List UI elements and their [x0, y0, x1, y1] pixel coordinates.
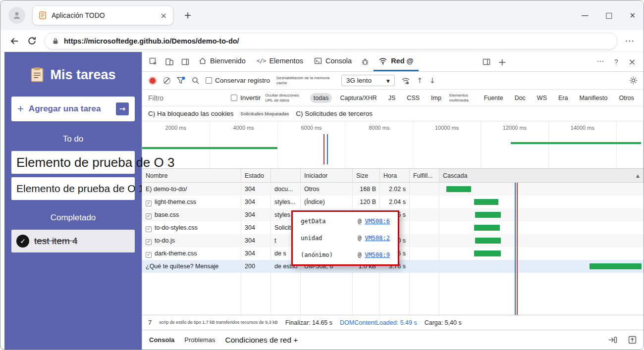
tab-network[interactable]: Red @	[374, 52, 419, 71]
function-name: (anónimo)	[301, 251, 333, 258]
filter-pill-manifest[interactable]: Manifiesto	[576, 93, 611, 103]
media-note: Elementos multimedia	[449, 93, 476, 102]
filter-pill-ws[interactable]: WS	[534, 93, 550, 103]
load-time: Carga: 5,40 s	[425, 319, 462, 326]
inspect-icon[interactable]	[146, 55, 161, 69]
invert-checkbox[interactable]: Invertir	[231, 94, 261, 101]
profile-avatar[interactable]	[8, 7, 25, 24]
load-marker	[323, 134, 324, 164]
third-party-checkbox[interactable]: C) Solicitudes de terceros	[296, 110, 373, 117]
new-tab-button[interactable]: +	[184, 8, 191, 22]
request-name: ¿Qué te quítese? Mensaje	[146, 263, 218, 270]
tab-welcome[interactable]: Bienvenido	[194, 52, 251, 71]
network-conditions-label[interactable]: Condiciones de red +	[225, 336, 298, 345]
more-tabs-icon[interactable]: +	[495, 55, 510, 69]
tab-network-label: Red @	[391, 57, 414, 65]
col-header-fulfilled[interactable]: Fulfill...	[410, 169, 439, 183]
site-info-icon[interactable]	[52, 38, 59, 45]
filter-pill-img[interactable]: Imp	[428, 93, 445, 103]
export-har-icon[interactable]: ↓	[429, 76, 435, 85]
content-area: Mis tareas + Agregar una tarea → To do E…	[0, 52, 644, 350]
settings-gear-icon[interactable]	[629, 76, 638, 85]
col-header-initiator[interactable]: Iniciador	[301, 169, 353, 183]
device-toolbar-icon[interactable]	[162, 55, 177, 69]
tick-label: 14000 ms	[549, 125, 616, 131]
function-name: getData	[301, 218, 326, 225]
focus-panel-icon[interactable]	[178, 55, 193, 69]
tab-console[interactable]: Consola	[309, 52, 357, 71]
table-header-row: Nombre Estado Iniciador Size Hora Fulfil…	[142, 169, 644, 183]
network-overview[interactable]: 2000 ms 4000 ms 6000 ms 8000 ms 10000 ms…	[142, 121, 644, 169]
col-header-type[interactable]	[271, 169, 301, 183]
todo-app-panel: Mis tareas + Agregar una tarea → To do E…	[4, 52, 142, 350]
clear-icon[interactable]	[163, 77, 170, 84]
filter-pill-other[interactable]: Otros	[615, 93, 638, 103]
code-icon: </>	[257, 57, 266, 64]
completed-item[interactable]: ✓ test item 4	[11, 230, 135, 252]
todo-item[interactable]: Elemento de prueba de O 3	[11, 151, 135, 174]
person-icon	[12, 10, 22, 20]
record-icon[interactable]	[150, 78, 156, 84]
minimize-button[interactable]: —	[581, 11, 589, 20]
filter-pill-doc[interactable]: Doc	[511, 93, 529, 103]
search-icon[interactable]	[192, 77, 199, 84]
blocked-requests-checkbox[interactable]: Solicitudes bloqueadas	[241, 111, 289, 116]
devtools-menu-icon[interactable]: ···	[593, 55, 608, 69]
bug-icon[interactable]	[358, 55, 373, 69]
dock-side-icon[interactable]	[479, 55, 494, 69]
waterfall-bar	[446, 186, 471, 192]
filter-pill-css[interactable]: CSS	[403, 93, 423, 103]
stack-frame: getData @VM508:6	[301, 218, 390, 225]
filter-pill-js[interactable]: JS	[385, 93, 399, 103]
request-row[interactable]: E) demo-to-do/ 304 docu... Otros 168 B 2…	[142, 183, 644, 196]
todo-item[interactable]: Elemento de prueba de O 1	[11, 177, 135, 200]
clipboard-icon	[30, 67, 44, 83]
source-link[interactable]: VM508:9	[365, 251, 390, 258]
window-close-button[interactable]: ×	[629, 11, 636, 20]
col-header-waterfall[interactable]: Cascada ▲	[439, 169, 644, 183]
drawer-tab-console[interactable]: Consola	[149, 336, 174, 344]
tab-elements[interactable]: </> Elementos	[252, 52, 308, 71]
network-conditions-icon[interactable]	[401, 77, 410, 85]
maximize-button[interactable]: □	[605, 11, 612, 20]
throttling-select[interactable]: 3G lento ▾	[341, 75, 395, 86]
preserve-log-checkbox[interactable]: Conservar registro	[206, 77, 270, 84]
reload-icon[interactable]	[27, 36, 37, 46]
import-har-icon[interactable]: ↑	[417, 76, 423, 85]
filter-pill-wasm[interactable]: Era	[555, 93, 571, 103]
address-bar[interactable]: https://microsoftedge.github.io/Demos/de…	[45, 33, 617, 50]
invert-label: Invertir	[240, 94, 261, 101]
devtools-close-icon[interactable]: ×	[625, 55, 640, 69]
blocked-cookies-checkbox[interactable]: C) Ha bloqueado las cookies	[148, 110, 234, 117]
source-link[interactable]: VM508:6	[365, 218, 390, 225]
tab-close-icon[interactable]: ×	[161, 11, 167, 20]
filter-pill-fetch-xhr[interactable]: Captura/XHR	[336, 93, 380, 103]
add-task-button[interactable]: + Agregar una tarea →	[11, 97, 135, 121]
filter-icon[interactable]	[177, 77, 185, 84]
initiator-popup: getData @VM508:6 unidad @VM508:2 (anónim…	[291, 210, 399, 266]
filter-pill-all[interactable]: todas	[310, 93, 332, 103]
browser-menu-icon[interactable]: ···	[625, 36, 635, 46]
waterfall-bar	[590, 263, 642, 269]
col-header-time[interactable]: Hora	[380, 169, 410, 183]
col-header-size[interactable]: Size	[353, 169, 380, 183]
clear-drawer-icon[interactable]	[608, 336, 617, 344]
col-header-status[interactable]: Estado	[241, 169, 271, 183]
url-text: https://microsoftedge.github.io/Demos/de…	[64, 37, 239, 45]
filter-pill-font[interactable]: Fuente	[481, 93, 507, 103]
expand-drawer-icon[interactable]	[628, 336, 637, 344]
filter-input[interactable]	[148, 94, 226, 102]
browser-window: Aplicación TODO × + — □ × https://micros…	[0, 0, 644, 350]
waterfall-bar	[474, 250, 501, 256]
source-link[interactable]: VM508:2	[365, 235, 390, 242]
todo-item-label: Elemento de prueba de O 3	[16, 155, 174, 170]
browser-tab[interactable]: Aplicación TODO ×	[32, 5, 173, 25]
drawer-tab-problems[interactable]: Problemas	[184, 336, 215, 344]
col-header-name[interactable]: Nombre	[142, 169, 241, 183]
back-icon[interactable]	[9, 36, 19, 46]
dom-content-loaded-time: DOMContentLoaded: 5.49 s	[340, 319, 417, 326]
request-row[interactable]: ✓light-theme.css 304 styles... (Índice) …	[142, 196, 644, 208]
table-filler	[142, 273, 644, 315]
help-icon[interactable]: ?	[609, 55, 624, 69]
checkbox-icon	[231, 95, 237, 101]
